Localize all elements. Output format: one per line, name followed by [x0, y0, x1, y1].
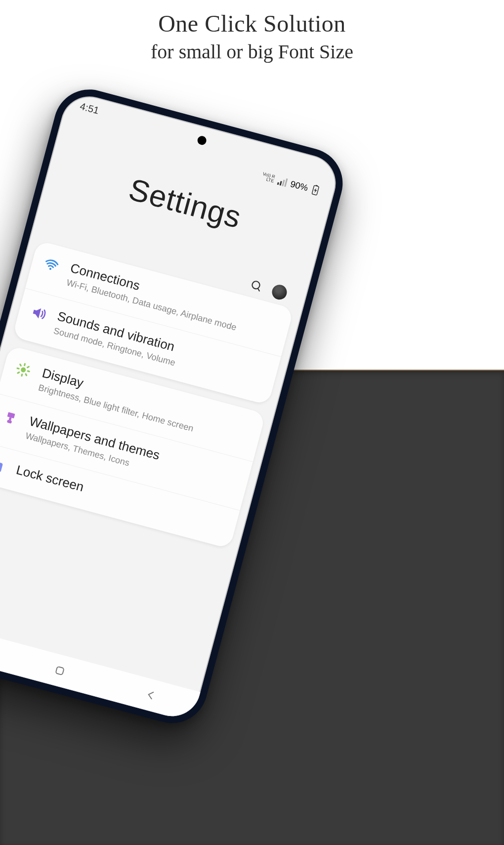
tagline-line-2: for small or big Font Size — [0, 40, 504, 63]
svg-line-10 — [20, 364, 21, 366]
promo-canvas: One Click Solution for small or big Font… — [0, 0, 504, 845]
volume-icon — [28, 303, 49, 324]
wifi-icon — [41, 254, 62, 275]
home-button[interactable] — [48, 659, 72, 683]
svg-point-4 — [49, 267, 51, 270]
svg-line-11 — [26, 374, 27, 376]
page-title: Settings — [125, 171, 245, 235]
search-icon[interactable] — [249, 278, 264, 294]
svg-line-6 — [25, 364, 25, 365]
svg-rect-15 — [9, 417, 12, 421]
network-type-label: Vo)) R LTE — [261, 172, 275, 184]
svg-line-12 — [18, 372, 19, 374]
svg-point-5 — [20, 367, 26, 373]
status-time: 4:51 — [79, 100, 100, 116]
back-button[interactable] — [139, 683, 163, 707]
svg-line-9 — [28, 371, 29, 372]
svg-point-2 — [252, 281, 261, 290]
svg-rect-22 — [56, 667, 64, 675]
svg-line-13 — [28, 366, 29, 368]
svg-rect-17 — [0, 461, 3, 472]
marketing-tagline: One Click Solution for small or big Font… — [0, 10, 504, 63]
sun-icon — [13, 359, 34, 380]
tagline-line-1: One Click Solution — [0, 10, 504, 37]
lock-icon — [0, 456, 8, 477]
svg-line-8 — [17, 368, 19, 369]
profile-avatar[interactable] — [270, 283, 289, 301]
svg-line-7 — [22, 374, 22, 376]
svg-rect-14 — [7, 412, 15, 419]
svg-line-3 — [257, 288, 260, 291]
brush-icon — [0, 408, 21, 428]
svg-rect-16 — [7, 420, 12, 423]
signal-icon — [277, 176, 288, 187]
